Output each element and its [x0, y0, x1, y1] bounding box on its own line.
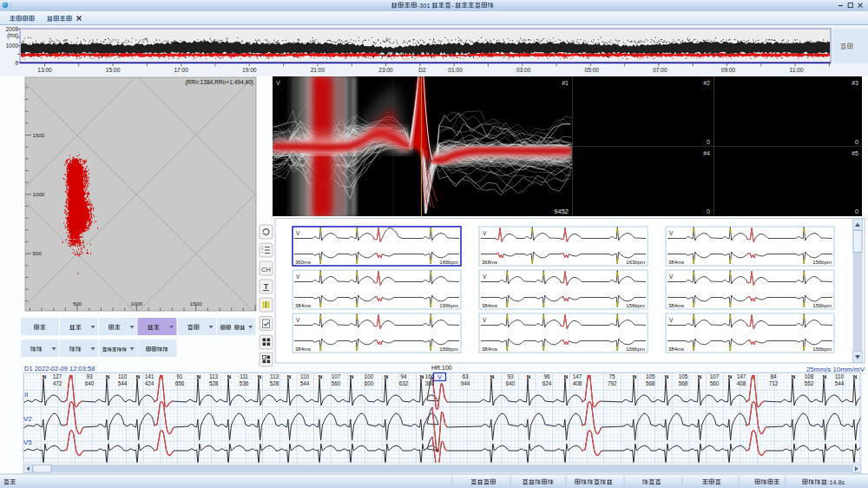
svg-text:384ms: 384ms [482, 303, 497, 308]
svg-text:9452: 9452 [554, 208, 569, 215]
svg-text:1500: 1500 [190, 300, 202, 307]
svg-text:63: 63 [462, 373, 469, 379]
svg-text:N: N [136, 373, 141, 379]
svg-text:141: 141 [145, 373, 155, 379]
svg-text:156bpm: 156bpm [439, 346, 458, 352]
svg-text:105: 105 [679, 373, 688, 379]
svg-text:0: 0 [707, 208, 710, 214]
svg-text:V: V [296, 274, 300, 280]
svg-text:N: N [698, 373, 702, 379]
svg-text:N: N [43, 373, 47, 379]
svg-text:07:00: 07:00 [653, 67, 667, 73]
svg-text:166bpm: 166bpm [439, 260, 458, 265]
svg-text:408: 408 [737, 380, 746, 386]
svg-text:N: N [564, 373, 569, 379]
svg-text:13:00: 13:00 [37, 67, 52, 73]
svg-text:N: N [823, 373, 827, 379]
svg-text:127: 127 [53, 373, 62, 379]
svg-text:600: 600 [365, 380, 374, 386]
svg-text:792: 792 [608, 380, 617, 386]
svg-text:25mm/s 10mm/mV: 25mm/s 10mm/mV [806, 366, 865, 373]
svg-text:05:00: 05:00 [585, 67, 600, 73]
svg-text:536: 536 [240, 380, 249, 386]
svg-text:#1: #1 [562, 80, 569, 86]
svg-text:384ms: 384ms [482, 346, 497, 352]
svg-text:110: 110 [118, 373, 128, 379]
svg-text:560: 560 [710, 380, 720, 386]
svg-text:0: 0 [855, 139, 858, 145]
svg-text:93: 93 [86, 373, 93, 379]
svg-text:21:00: 21:00 [311, 67, 326, 73]
svg-text:#3: #3 [852, 80, 858, 86]
svg-text:944: 944 [461, 380, 470, 386]
svg-text:156bpm: 156bpm [812, 346, 832, 352]
svg-text:N: N [420, 373, 424, 379]
svg-text:568: 568 [646, 380, 655, 386]
svg-text:384ms: 384ms [668, 303, 684, 308]
svg-text:N: N [385, 373, 389, 379]
svg-text:N: N [227, 373, 232, 379]
svg-text:156bpm: 156bpm [626, 346, 645, 352]
svg-text:V: V [483, 317, 487, 323]
svg-text:1000: 1000 [33, 191, 45, 197]
svg-text:156bpm: 156bpm [812, 303, 832, 308]
svg-text:11:00: 11:00 [790, 67, 804, 73]
svg-text:560: 560 [332, 380, 341, 386]
svg-text:N: N [258, 373, 262, 379]
svg-text:-301: -301 [418, 2, 431, 10]
svg-text:D1 2022-02-09 12:03:58: D1 2022-02-09 12:03:58 [24, 365, 95, 373]
svg-text:V: V [296, 317, 300, 323]
svg-text:1000: 1000 [6, 43, 19, 49]
svg-text:472: 472 [53, 380, 62, 386]
svg-text:640: 640 [506, 380, 516, 386]
svg-text:1000: 1000 [131, 300, 143, 307]
svg-text:0: 0 [707, 139, 710, 145]
svg-text:D2: D2 [418, 67, 426, 73]
svg-text:552: 552 [805, 380, 814, 386]
svg-text:N: N [728, 373, 733, 379]
svg-text:384ms: 384ms [668, 260, 684, 265]
svg-text:17:00: 17:00 [174, 67, 188, 73]
svg-text:T: T [264, 282, 269, 291]
svg-text:544: 544 [835, 380, 845, 386]
svg-text:V2: V2 [23, 415, 32, 423]
svg-text:368ms: 368ms [482, 260, 497, 265]
svg-text:N: N [319, 373, 323, 379]
svg-text:105: 105 [646, 373, 655, 379]
svg-text:#2: #2 [703, 80, 710, 86]
svg-text:384ms: 384ms [295, 346, 311, 352]
svg-text:CH: CH [261, 266, 271, 274]
svg-text:96: 96 [543, 373, 550, 379]
svg-text:75: 75 [608, 373, 615, 379]
svg-text:V: V [669, 317, 674, 323]
svg-text:N: N [197, 373, 201, 379]
svg-text:156bpm: 156bpm [439, 303, 458, 308]
svg-text:V: V [296, 230, 300, 236]
svg-text:03:00: 03:00 [516, 67, 531, 73]
svg-text:156bpm: 156bpm [626, 303, 645, 308]
svg-text:15:00: 15:00 [106, 67, 121, 73]
svg-text:147: 147 [573, 373, 582, 379]
svg-text:V: V [276, 80, 280, 86]
svg-text:113: 113 [270, 373, 279, 379]
svg-text:V5: V5 [23, 439, 32, 446]
svg-text:110: 110 [835, 373, 845, 379]
svg-text:500: 500 [33, 250, 43, 256]
svg-text:01:00: 01:00 [448, 67, 463, 73]
svg-text:544: 544 [300, 380, 310, 386]
svg-text:108: 108 [805, 373, 814, 379]
svg-text:#5: #5 [852, 150, 858, 156]
svg-text:II: II [24, 391, 28, 399]
svg-text:384ms: 384ms [668, 346, 684, 352]
svg-text:632: 632 [399, 380, 409, 386]
svg-text:384ms: 384ms [295, 303, 311, 308]
svg-text:V: V [437, 374, 442, 380]
svg-text:23:00: 23:00 [378, 67, 393, 73]
svg-text:N: N [665, 373, 669, 379]
svg-text:100: 100 [365, 373, 374, 379]
svg-text:568: 568 [679, 380, 688, 386]
svg-text:712: 712 [769, 380, 779, 386]
svg-text:107: 107 [710, 373, 720, 379]
svg-text:360ms: 360ms [295, 260, 311, 265]
svg-text:N: N [106, 373, 110, 379]
